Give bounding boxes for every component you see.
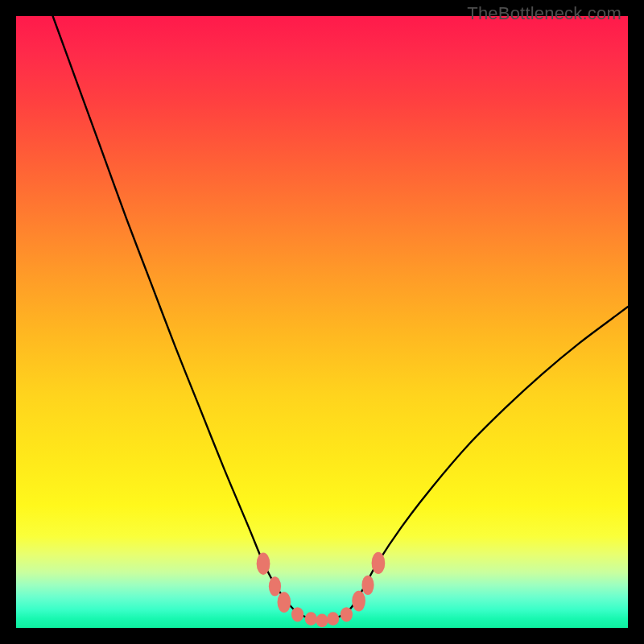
marker-bottom-2 xyxy=(305,612,317,625)
marker-bottom-3 xyxy=(316,614,328,628)
bottleneck-curve xyxy=(53,16,628,621)
marker-right-mid xyxy=(361,576,374,595)
source-credit: TheBottleneck.com xyxy=(467,3,621,24)
bottleneck-curve-svg xyxy=(16,16,628,628)
marker-bottom-1 xyxy=(291,607,303,621)
marker-left-lower xyxy=(278,592,291,613)
marker-right-upper xyxy=(372,552,386,574)
marker-right-lower xyxy=(352,591,365,612)
marker-bottom-4 xyxy=(327,612,339,625)
marker-left-upper xyxy=(257,553,270,575)
plot-frame xyxy=(16,16,628,628)
marker-left-mid xyxy=(269,576,281,596)
marker-bottom-5 xyxy=(341,607,353,621)
curve-markers xyxy=(257,552,386,627)
